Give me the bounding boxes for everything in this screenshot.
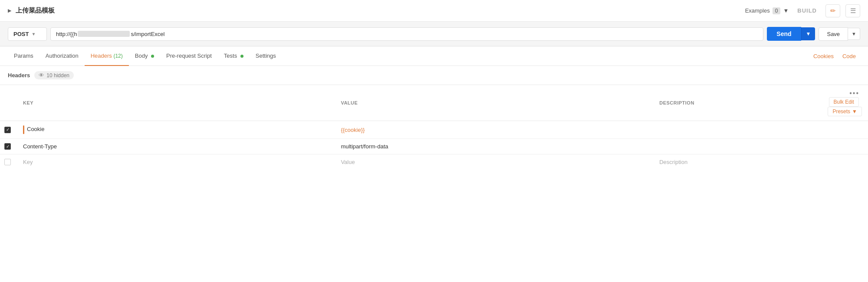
row-check-cell: ✓ (0, 121, 17, 139)
presets-button[interactable]: Presets ▼ (828, 107, 862, 116)
comment-icon-button[interactable]: ☰ (845, 4, 860, 17)
edit-icon-button[interactable]: ✏ (825, 4, 840, 17)
tab-link-code[interactable]: Code (838, 47, 860, 66)
row-key-cookie: Cookie (17, 121, 335, 139)
row-desc-empty[interactable]: Description (653, 154, 822, 170)
col-actions-header: ••• Bulk Edit Presets ▼ (822, 85, 868, 121)
table-row: Key Value Description (0, 154, 868, 170)
key-placeholder: Key (23, 159, 33, 165)
presets-chevron-icon: ▼ (852, 108, 857, 115)
examples-count: 0 (773, 7, 781, 14)
desc-placeholder: Description (659, 159, 687, 165)
row-check-cell (0, 154, 17, 170)
expand-icon[interactable]: ▶ (8, 8, 11, 13)
row-value-content-type: multipart/form-data (335, 139, 653, 154)
save-button[interactable]: Save (819, 27, 848, 41)
tab-link-cookies[interactable]: Cookies (809, 47, 838, 66)
tab-authorization[interactable]: Authorization (39, 46, 85, 66)
send-btn-group: Send ▼ (767, 27, 815, 41)
examples-chevron-icon: ▼ (783, 7, 789, 14)
tab-params[interactable]: Params (8, 46, 39, 66)
tab-settings[interactable]: Settings (250, 46, 282, 66)
row-actions-content-type (822, 139, 868, 154)
send-dropdown-button[interactable]: ▼ (801, 27, 815, 40)
checkbox-wrap: ✓ (4, 143, 11, 150)
comment-icon: ☰ (850, 7, 856, 15)
row-check-cell: ✓ (0, 139, 17, 154)
checkbox-wrap (4, 159, 11, 165)
bulk-edit-button[interactable]: Bulk Edit (829, 97, 859, 107)
examples-button[interactable]: Examples 0 ▼ (745, 7, 789, 14)
col-value-header: VALUE (335, 85, 653, 121)
table-header-row: KEY VALUE DESCRIPTION ••• Bulk Edit Pres… (0, 85, 868, 121)
col-key-header: KEY (17, 85, 335, 121)
headers-count: (12) (113, 53, 122, 59)
row-value-empty[interactable]: Value (335, 154, 653, 170)
table-row: ✓ Content-Type multipart/form-data (0, 139, 868, 154)
eye-icon: 👁 (39, 72, 44, 79)
row-desc-content-type (653, 139, 822, 154)
col-check-header (0, 85, 17, 121)
examples-label: Examples (745, 7, 770, 14)
body-dot (151, 55, 154, 58)
row-actions-empty (822, 154, 868, 170)
url-bar: POST ▼ http://{{hs/importExcel Send ▼ Sa… (0, 22, 868, 46)
top-bar-left: ▶ 上传菜品模板 (8, 7, 55, 15)
headers-label: Headers (8, 72, 30, 79)
tab-headers[interactable]: Headers (12) (85, 46, 129, 66)
top-bar: ▶ 上传菜品模板 Examples 0 ▼ BUILD ✏ ☰ (0, 0, 868, 22)
checkbox-content-type[interactable]: ✓ (4, 143, 11, 150)
table-row: ✓ Cookie {{cookie}} (0, 121, 868, 139)
tab-tests[interactable]: Tests (218, 46, 250, 66)
table-body: ✓ Cookie {{cookie}} ✓ Content-Type mul (0, 121, 868, 170)
tabs-bar: Params Authorization Headers (12) Body P… (0, 46, 868, 66)
row-key-content-type: Content-Type (17, 139, 335, 154)
presets-label: Presets (832, 108, 850, 115)
checkmark-icon: ✓ (6, 144, 10, 149)
row-desc-cookie (653, 121, 822, 139)
more-options-button[interactable]: ••• (847, 89, 862, 97)
headers-section: Headers 👁 10 hidden (0, 66, 868, 85)
method-chevron-icon: ▼ (31, 32, 36, 36)
url-redacted (78, 31, 130, 37)
save-btn-group: Save ▼ (819, 27, 860, 41)
pencil-icon: ✏ (830, 7, 836, 15)
save-dropdown-button[interactable]: ▼ (848, 28, 860, 40)
checkbox-cookie[interactable]: ✓ (4, 127, 11, 133)
checkbox-wrap: ✓ (4, 127, 11, 133)
value-placeholder: Value (341, 159, 355, 165)
col-desc-header: DESCRIPTION (653, 85, 822, 121)
row-key-empty[interactable]: Key (17, 154, 335, 170)
checkbox-empty[interactable] (4, 159, 11, 165)
left-bar-indicator (23, 125, 24, 134)
tab-pre-request[interactable]: Pre-request Script (160, 46, 218, 66)
tab-body[interactable]: Body (129, 46, 160, 66)
send-button[interactable]: Send (767, 27, 801, 41)
row-value-cookie: {{cookie}} (335, 121, 653, 139)
checkmark-icon: ✓ (6, 128, 10, 132)
url-display[interactable]: http://{{hs/importExcel (50, 27, 763, 41)
request-title: 上传菜品模板 (16, 7, 55, 15)
method-label: POST (13, 31, 29, 37)
row-actions-cookie (822, 121, 868, 139)
hidden-badge: 👁 10 hidden (34, 71, 74, 79)
headers-table: KEY VALUE DESCRIPTION ••• Bulk Edit Pres… (0, 85, 868, 170)
method-select[interactable]: POST ▼ (8, 27, 47, 41)
url-suffix: s/importExcel (131, 31, 164, 37)
build-button[interactable]: BUILD (794, 7, 820, 14)
top-bar-right: Examples 0 ▼ BUILD ✏ ☰ (745, 4, 860, 17)
url-prefix: http://{{h (56, 31, 77, 37)
hidden-count: 10 hidden (46, 72, 69, 79)
tests-dot (240, 55, 243, 58)
